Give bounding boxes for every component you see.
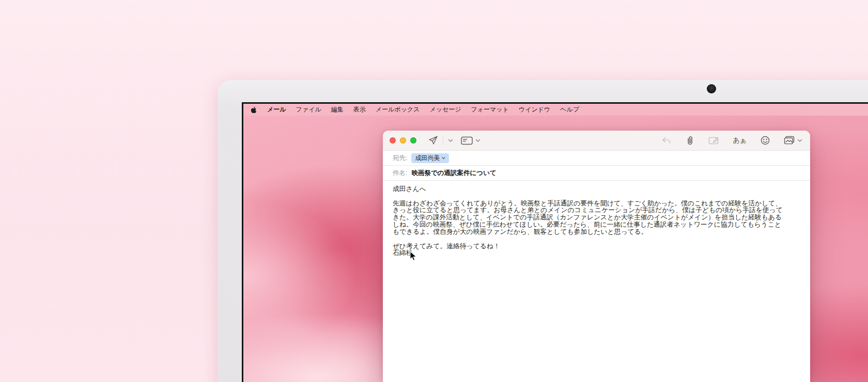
facetime-camera — [707, 84, 716, 93]
menu-item[interactable]: 編集 — [331, 105, 344, 114]
menu-item[interactable]: 表示 — [353, 105, 366, 114]
close-button[interactable] — [390, 137, 396, 144]
text-format-button[interactable]: あぁ — [733, 136, 747, 145]
message-body-editor[interactable]: 成田さんへ 先週はわざわざ会ってくれてありがとう。映画祭と手話通訳の要件を聞けて… — [383, 181, 810, 257]
to-field-row[interactable]: 宛先: 成田尚美 — [383, 151, 810, 165]
menu-items: メールファイル編集表示メールボックスメッセージフォーマットウインドウヘルプ — [267, 105, 579, 114]
recipient-name: 成田尚美 — [415, 154, 440, 163]
to-label: 宛先: — [393, 154, 407, 163]
photo-browser-icon[interactable] — [784, 136, 795, 145]
desktop: メールファイル編集表示メールボックスメッセージフォーマットウインドウヘルプ — [0, 0, 868, 382]
send-cluster — [428, 135, 481, 146]
menu-item[interactable]: ヘルプ — [560, 105, 579, 114]
paperclip-icon[interactable] — [685, 136, 694, 146]
mouse-cursor — [410, 251, 419, 262]
send-options-chevron-icon[interactable] — [448, 139, 453, 142]
header-fields-button[interactable] — [461, 136, 473, 145]
subject-label: 件名: — [393, 169, 407, 178]
toolbar-separator — [443, 136, 443, 145]
undo-icon[interactable] — [661, 136, 671, 145]
recipient-chevron-icon — [442, 157, 445, 160]
compose-toolbar: あぁ — [383, 131, 810, 150]
subject-input[interactable]: 映画祭での通訳案件について — [411, 169, 496, 178]
recipient-token[interactable]: 成田尚美 — [411, 153, 449, 163]
minimize-button[interactable] — [400, 137, 406, 144]
zoom-button[interactable] — [410, 137, 416, 144]
photo-browser-chevron-icon[interactable] — [797, 139, 802, 142]
menu-item[interactable]: メール — [267, 105, 286, 114]
send-button[interactable] — [428, 135, 438, 146]
photo-browser-cluster — [784, 136, 802, 145]
toolbar-right-tools: あぁ — [661, 136, 802, 146]
traffic-lights — [390, 137, 416, 144]
apple-menu-icon[interactable] — [251, 106, 257, 114]
subject-field-row[interactable]: 件名: 映画祭での通訳案件について — [383, 166, 810, 180]
menu-item[interactable]: ファイル — [296, 105, 321, 114]
emoji-icon[interactable] — [761, 136, 770, 145]
menu-item[interactable]: メールボックス — [376, 105, 420, 114]
menu-item[interactable]: フォーマット — [471, 105, 509, 114]
menu-item[interactable]: メッセージ — [429, 105, 461, 114]
markup-icon[interactable] — [708, 136, 719, 145]
menu-item[interactable]: ウインドウ — [519, 105, 550, 114]
header-fields-chevron-icon[interactable] — [475, 139, 481, 142]
mail-compose-window: あぁ 宛先: 成田尚美 — [383, 131, 810, 382]
menu-bar: メールファイル編集表示メールボックスメッセージフォーマットウインドウヘルプ — [243, 104, 868, 116]
